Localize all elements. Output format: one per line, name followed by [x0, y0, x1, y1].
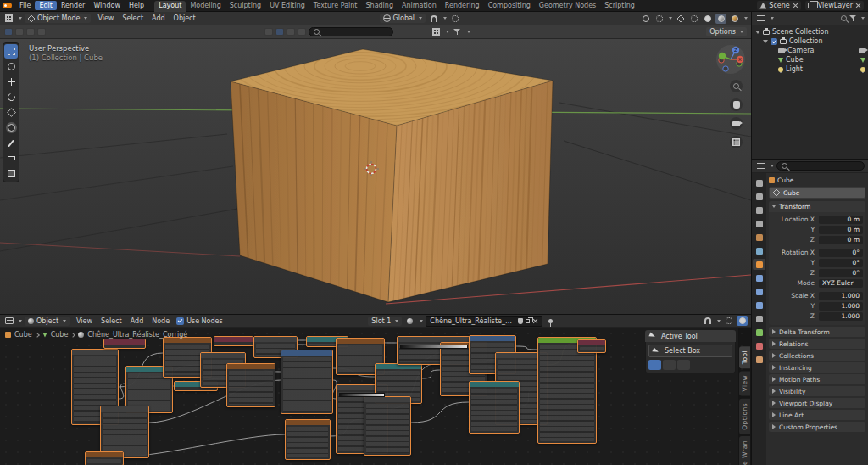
outliner-row-scene-collection[interactable]: Scene Collection	[752, 27, 868, 36]
shader-node-24[interactable]	[285, 419, 331, 460]
properties-search-input[interactable]	[790, 162, 860, 170]
tool-transform[interactable]	[4, 120, 18, 135]
outliner-row-cube[interactable]: Cube	[752, 55, 868, 64]
value-field[interactable]: 1.000	[819, 302, 863, 311]
collection-checkbox[interactable]	[771, 38, 777, 45]
panel-section-delta-transform[interactable]: Delta Transform	[769, 327, 865, 337]
editor-type-shader-icon[interactable]	[3, 316, 14, 326]
viewlayer-selector[interactable]: ViewLayer	[805, 1, 864, 10]
tool-cursor[interactable]	[4, 59, 18, 74]
tool-scale[interactable]	[4, 105, 18, 120]
shader-node-1[interactable]	[103, 339, 146, 349]
properties-tab-physics[interactable]	[753, 300, 765, 311]
outliner-filter-icon[interactable]	[849, 15, 857, 22]
pan-hand-icon[interactable]	[730, 98, 743, 111]
asset-icon-3[interactable]	[287, 28, 295, 36]
tool-mode-extend-icon[interactable]	[663, 360, 676, 370]
viewport-menu-select[interactable]: Select	[118, 14, 147, 23]
node-menu-select[interactable]: Select	[97, 317, 126, 326]
properties-tab-output[interactable]	[753, 204, 765, 216]
panel-section-viewport-display[interactable]: Viewport Display	[769, 398, 865, 408]
zoom-icon[interactable]	[730, 80, 743, 92]
properties-tab-constraints[interactable]	[753, 313, 765, 324]
properties-search[interactable]	[776, 161, 865, 171]
viewlayer-remove-button[interactable]	[855, 3, 861, 8]
slot-dropdown[interactable]: Slot 1	[368, 317, 402, 326]
select-box-tool-button[interactable]: Select Box	[648, 345, 732, 357]
scene-unlink-button[interactable]	[793, 3, 798, 8]
viewport-menu-view[interactable]: View	[93, 14, 118, 23]
menu-file[interactable]: File	[15, 1, 35, 10]
panel-section-relations[interactable]: Relations	[769, 339, 865, 349]
workspace-tab-uv-editing[interactable]: UV Editing	[265, 1, 309, 12]
tool-annotate[interactable]	[4, 136, 18, 150]
properties-tab-material[interactable]	[753, 340, 765, 351]
value-field[interactable]: 0 m	[819, 216, 863, 224]
tool-mode-subtract-icon[interactable]	[677, 360, 690, 370]
shader-node-8[interactable]	[214, 336, 253, 346]
sidebar-tab-node-wran[interactable]: Node Wran	[739, 436, 750, 465]
shading-wireframe-icon[interactable]	[688, 14, 699, 24]
select-mode-intersect-icon[interactable]	[37, 28, 46, 36]
breadcrumb-object-name[interactable]: Cube	[777, 176, 793, 184]
viewport-menu-object[interactable]: Object	[170, 14, 200, 23]
material-name-field[interactable]: Chêne_Ultra_Réaliste_Corrigé	[426, 316, 542, 327]
workspace-tab-layout[interactable]: Layout	[154, 1, 186, 12]
properties-tab-view-layer[interactable]	[753, 218, 765, 229]
pin-icon[interactable]	[545, 316, 556, 326]
snap-magnet-icon[interactable]	[428, 14, 439, 24]
panel-section-instancing[interactable]: Instancing	[769, 362, 865, 373]
panel-section-visibility[interactable]: Visibility	[769, 386, 865, 396]
outliner-row-light[interactable]: Light	[752, 64, 868, 74]
workspace-tab-compositing[interactable]: Compositing	[484, 1, 535, 12]
editor-type-properties-icon[interactable]	[755, 161, 766, 171]
tool-select-box[interactable]	[4, 44, 18, 59]
shader-node-3[interactable]	[100, 406, 149, 458]
breadcrumb-mesh[interactable]: Cube	[51, 331, 69, 339]
display-mode-icon[interactable]	[431, 27, 442, 37]
shader-node-11[interactable]	[281, 350, 333, 414]
shader-node-22[interactable]	[364, 396, 411, 456]
shading-material-icon[interactable]	[715, 14, 726, 24]
outliner-search-icon[interactable]	[841, 15, 847, 21]
nav-gizmo[interactable]: ZX	[715, 44, 746, 75]
ortho-grid-icon[interactable]	[730, 136, 743, 148]
sidebar-tab-options[interactable]: Options	[739, 399, 750, 434]
panel-section-collections[interactable]: Collections	[769, 350, 865, 361]
menu-help[interactable]: Help	[125, 1, 148, 10]
panel-section-motion-paths[interactable]: Motion Paths	[769, 374, 865, 384]
workspace-tab-geometry-nodes[interactable]: Geometry Nodes	[535, 1, 600, 12]
tool-measure[interactable]	[4, 151, 18, 165]
tool-rotate[interactable]	[4, 90, 18, 104]
tool-mode-set-icon[interactable]	[648, 360, 661, 370]
filter-icon[interactable]	[452, 27, 463, 37]
breadcrumb-material[interactable]: Chêne_Ultra_Réaliste_Corrigé	[87, 331, 187, 339]
sidebar-tab-tool[interactable]: Tool	[739, 346, 750, 368]
show-overlays-icon[interactable]	[654, 14, 665, 24]
unlink-material-button[interactable]	[532, 318, 538, 324]
menu-window[interactable]: Window	[89, 1, 125, 10]
properties-tab-scene[interactable]	[753, 232, 765, 243]
value-field[interactable]: 0 m	[819, 226, 863, 234]
properties-tab-world[interactable]	[753, 245, 765, 256]
node-snap-icon[interactable]	[702, 316, 713, 326]
value-field[interactable]: 1.000	[819, 292, 863, 300]
select-mode-subtract-icon[interactable]	[26, 28, 35, 36]
sidebar-tab-view[interactable]: View	[739, 371, 750, 395]
menu-edit[interactable]: Edit	[35, 1, 57, 10]
blender-logo-icon[interactable]	[3, 3, 12, 8]
shader-type-dropdown[interactable]: Object	[25, 317, 70, 326]
mode-dropdown[interactable]: Object Mode	[25, 14, 91, 23]
node-menu-add[interactable]: Add	[126, 317, 148, 326]
options-dropdown[interactable]: Options	[706, 27, 747, 36]
tool-move[interactable]	[4, 75, 18, 89]
workspace-tab-scripting[interactable]: Scripting	[600, 1, 639, 12]
properties-tab-object[interactable]	[753, 259, 765, 270]
outliner-row-camera[interactable]: Camera	[752, 46, 868, 55]
shader-node-23[interactable]	[469, 381, 520, 434]
value-field[interactable]: 0°	[819, 249, 863, 257]
active-tool-panel-header[interactable]: Active Tool	[645, 330, 736, 342]
select-mode-set-icon[interactable]	[4, 28, 13, 36]
xray-toggle-icon[interactable]	[675, 14, 686, 24]
properties-tab-render[interactable]	[753, 191, 765, 202]
